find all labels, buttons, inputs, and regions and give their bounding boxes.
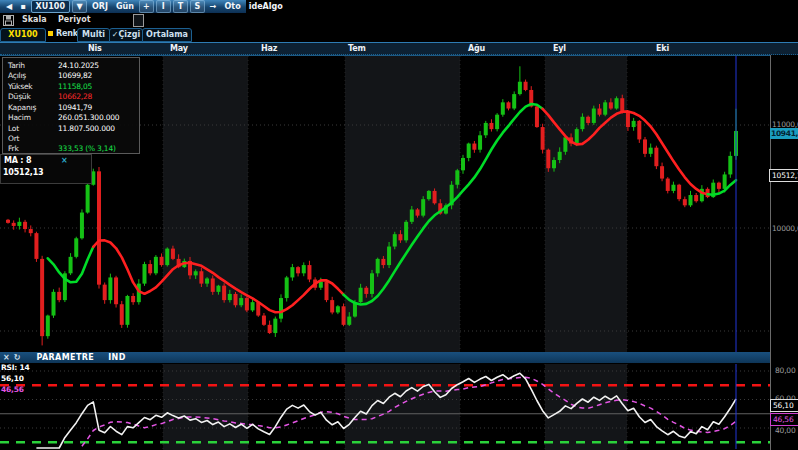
period-day-button[interactable]: Gün	[113, 1, 137, 12]
ma-value: 10512,13	[3, 168, 43, 178]
month-label: Nis	[88, 44, 102, 53]
color-swatch-icon	[48, 31, 53, 36]
tooltip-label: Düşük	[8, 92, 31, 101]
tab-symbol[interactable]: XU100	[0, 28, 46, 42]
periyot-button[interactable]: Periyot	[58, 15, 91, 24]
month-label: May	[170, 44, 188, 53]
secondary-toolbar: Skala Periyot	[0, 13, 798, 28]
trend-button[interactable]: T	[173, 0, 188, 13]
tooltip-label: Yüksek	[8, 82, 32, 91]
tooltip-label: Ort	[8, 134, 19, 143]
tooltip-label: Tarih	[8, 61, 25, 70]
tooltip-label: Açılış	[8, 71, 26, 80]
tooltip-value: 10699,82	[58, 71, 92, 80]
time-axis: Nis May Haz Tem Ağu Eyl Eki	[0, 42, 798, 55]
brand-logo: ideAlgo	[246, 1, 286, 12]
month-label: Ağu	[468, 44, 485, 53]
close-icon[interactable]: ×	[61, 156, 68, 166]
tooltip-label: Frk	[8, 144, 19, 153]
settings-button[interactable]: S	[190, 0, 205, 13]
minimize-icon[interactable]: ▪	[17, 1, 28, 12]
last-price-tag: 10941,79	[770, 128, 798, 139]
ind-button[interactable]: IND	[108, 353, 126, 363]
rsi-title: RSI: 14	[1, 363, 30, 372]
tooltip-value: 11158,05	[58, 82, 92, 91]
parametre-button[interactable]: PARAMETRE	[36, 353, 94, 363]
title-bar: ◀ ▪ XU100 ▼ ORJ Gün + I T S → Oto ideAlg…	[0, 0, 246, 13]
trading-app-window: ◀ ▪ XU100 ▼ ORJ Gün + I T S → Oto ideAlg…	[0, 0, 798, 450]
arrow-down-icon[interactable]: ▼	[72, 0, 87, 13]
skala-button[interactable]: Skala	[22, 15, 47, 24]
toolbar-input[interactable]	[133, 14, 144, 27]
rsi-value: 56,10	[1, 374, 24, 383]
price-gridline-label: 10000,00	[772, 224, 798, 233]
close-icon[interactable]: ×	[3, 353, 10, 363]
ma-title: MA : 8	[4, 156, 31, 166]
tab-multi[interactable]: Multi	[77, 28, 110, 42]
tooltip-value: 260.051.300.000	[58, 113, 119, 122]
tooltip-value: 11.807.500.000	[58, 124, 115, 133]
month-label: Tem	[348, 44, 366, 53]
indicator-button[interactable]: I	[156, 0, 171, 13]
refresh-icon[interactable]: ↻	[14, 353, 21, 363]
back-arrow-icon[interactable]: ◀	[3, 1, 15, 12]
indicator-header: × ↻ PARAMETRE IND	[0, 352, 770, 363]
tooltip-value: 333,53 (% 3,14)	[58, 144, 116, 153]
tab-cizgi[interactable]: ✓Çizgi	[109, 28, 143, 42]
forward-arrow-icon[interactable]: →	[207, 1, 220, 12]
ohlc-tooltip: Tarih24.10.2025 Açılış10699,82 Yüksek111…	[2, 57, 140, 154]
rsi-signal-box: 46,56	[770, 413, 798, 426]
ma-legend: MA : 8 × 10512,13	[0, 154, 92, 184]
ma-value-box: 10512,13	[769, 169, 798, 182]
rsi-signal-value: 46,56	[1, 385, 24, 394]
tooltip-value: 24.10.2025	[58, 61, 99, 70]
rsi-axis-label: 80,00	[775, 366, 795, 375]
tab-ortalama[interactable]: Ortalama	[142, 28, 192, 42]
month-label: Haz	[261, 44, 277, 53]
tooltip-label: Lot	[8, 124, 19, 133]
plus-button[interactable]: +	[139, 0, 154, 13]
rsi-value-box: 56,10	[770, 399, 798, 412]
month-label: Eki	[656, 44, 669, 53]
month-label: Eyl	[553, 44, 566, 53]
oto-button[interactable]: Oto	[222, 1, 244, 12]
tab-bar: XU100 Renk Multi ✓Çizgi Ortalama	[0, 28, 798, 42]
save-icon[interactable]	[3, 15, 14, 26]
orj-button[interactable]: ORJ	[89, 1, 111, 12]
tooltip-value: 10941,79	[58, 103, 92, 112]
tooltip-value: 10662,28	[58, 92, 92, 101]
tab-renk[interactable]: Renk	[56, 29, 78, 39]
rsi-axis-label: 40,00	[775, 426, 795, 435]
tooltip-label: Hacim	[8, 113, 31, 122]
tooltip-label: Kapanış	[8, 103, 36, 112]
symbol-button[interactable]: XU100	[31, 0, 70, 13]
